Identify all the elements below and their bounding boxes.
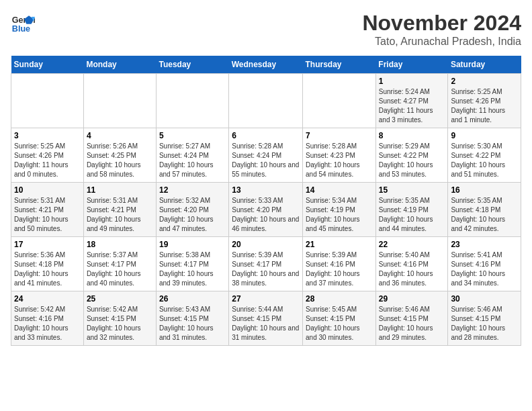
logo-icon: General Blue xyxy=(11,11,35,35)
day-number: 18 xyxy=(87,240,153,249)
day-cell xyxy=(303,74,376,128)
week-row-3: 10Sunrise: 5:31 AM Sunset: 4:21 PM Dayli… xyxy=(11,183,521,237)
day-number: 14 xyxy=(306,185,373,195)
column-header-tuesday: Tuesday xyxy=(156,56,228,74)
day-info: Sunrise: 5:35 AM Sunset: 4:18 PM Dayligh… xyxy=(451,196,518,234)
day-cell: 14Sunrise: 5:34 AM Sunset: 4:19 PM Dayli… xyxy=(303,183,376,237)
day-cell: 6Sunrise: 5:28 AM Sunset: 4:24 PM Daylig… xyxy=(229,128,303,183)
day-info: Sunrise: 5:27 AM Sunset: 4:24 PM Dayligh… xyxy=(159,142,226,179)
week-row-4: 17Sunrise: 5:36 AM Sunset: 4:18 PM Dayli… xyxy=(11,237,521,291)
day-cell: 3Sunrise: 5:25 AM Sunset: 4:26 PM Daylig… xyxy=(11,128,84,183)
page-title: November 2024 xyxy=(362,11,521,36)
day-info: Sunrise: 5:45 AM Sunset: 4:15 PM Dayligh… xyxy=(306,305,373,342)
calendar-header-row: SundayMondayTuesdayWednesdayThursdayFrid… xyxy=(11,56,521,74)
day-info: Sunrise: 5:28 AM Sunset: 4:24 PM Dayligh… xyxy=(232,142,300,179)
day-cell: 10Sunrise: 5:31 AM Sunset: 4:21 PM Dayli… xyxy=(11,183,84,237)
day-cell: 27Sunrise: 5:44 AM Sunset: 4:15 PM Dayli… xyxy=(229,291,303,346)
day-info: Sunrise: 5:39 AM Sunset: 4:16 PM Dayligh… xyxy=(306,250,373,288)
page-subtitle: Tato, Arunachal Pradesh, India xyxy=(362,36,521,48)
week-row-1: 1Sunrise: 5:24 AM Sunset: 4:27 PM Daylig… xyxy=(11,74,521,128)
day-number: 15 xyxy=(379,185,445,195)
day-number: 3 xyxy=(14,131,81,140)
day-cell: 28Sunrise: 5:45 AM Sunset: 4:15 PM Dayli… xyxy=(303,291,376,346)
day-info: Sunrise: 5:34 AM Sunset: 4:19 PM Dayligh… xyxy=(306,196,373,234)
day-cell: 11Sunrise: 5:31 AM Sunset: 4:21 PM Dayli… xyxy=(83,183,156,237)
day-info: Sunrise: 5:32 AM Sunset: 4:20 PM Dayligh… xyxy=(159,196,226,234)
day-cell xyxy=(156,74,228,128)
day-number: 17 xyxy=(14,240,81,249)
day-info: Sunrise: 5:42 AM Sunset: 4:15 PM Dayligh… xyxy=(87,305,153,342)
day-cell: 30Sunrise: 5:46 AM Sunset: 4:15 PM Dayli… xyxy=(448,291,521,346)
day-info: Sunrise: 5:31 AM Sunset: 4:21 PM Dayligh… xyxy=(87,196,153,234)
day-cell: 9Sunrise: 5:30 AM Sunset: 4:22 PM Daylig… xyxy=(448,128,521,183)
day-info: Sunrise: 5:33 AM Sunset: 4:20 PM Dayligh… xyxy=(232,196,300,234)
day-number: 25 xyxy=(87,294,153,304)
column-header-thursday: Thursday xyxy=(303,56,376,74)
day-cell: 21Sunrise: 5:39 AM Sunset: 4:16 PM Dayli… xyxy=(303,237,376,291)
day-number: 16 xyxy=(451,185,518,195)
day-info: Sunrise: 5:38 AM Sunset: 4:17 PM Dayligh… xyxy=(159,250,226,288)
calendar-table: SundayMondayTuesdayWednesdayThursdayFrid… xyxy=(11,56,521,346)
week-row-2: 3Sunrise: 5:25 AM Sunset: 4:26 PM Daylig… xyxy=(11,128,521,183)
svg-text:Blue: Blue xyxy=(12,24,30,34)
column-header-friday: Friday xyxy=(375,56,448,74)
week-row-5: 24Sunrise: 5:42 AM Sunset: 4:16 PM Dayli… xyxy=(11,291,521,346)
day-number: 20 xyxy=(232,240,300,249)
day-number: 11 xyxy=(87,185,153,195)
day-info: Sunrise: 5:25 AM Sunset: 4:26 PM Dayligh… xyxy=(14,142,81,179)
day-cell: 4Sunrise: 5:26 AM Sunset: 4:25 PM Daylig… xyxy=(83,128,156,183)
day-info: Sunrise: 5:44 AM Sunset: 4:15 PM Dayligh… xyxy=(232,305,300,342)
day-info: Sunrise: 5:28 AM Sunset: 4:23 PM Dayligh… xyxy=(306,142,373,179)
day-cell: 5Sunrise: 5:27 AM Sunset: 4:24 PM Daylig… xyxy=(156,128,228,183)
day-number: 29 xyxy=(379,294,445,304)
day-info: Sunrise: 5:40 AM Sunset: 4:16 PM Dayligh… xyxy=(379,250,445,288)
day-number: 1 xyxy=(379,77,445,86)
day-number: 4 xyxy=(87,131,153,140)
day-number: 22 xyxy=(379,240,445,249)
day-number: 19 xyxy=(159,240,226,249)
day-number: 27 xyxy=(232,294,300,304)
day-cell: 13Sunrise: 5:33 AM Sunset: 4:20 PM Dayli… xyxy=(229,183,303,237)
day-number: 5 xyxy=(159,131,226,140)
day-number: 6 xyxy=(232,131,300,140)
day-info: Sunrise: 5:36 AM Sunset: 4:18 PM Dayligh… xyxy=(14,250,81,288)
day-info: Sunrise: 5:31 AM Sunset: 4:21 PM Dayligh… xyxy=(14,196,81,234)
day-cell: 12Sunrise: 5:32 AM Sunset: 4:20 PM Dayli… xyxy=(156,183,228,237)
day-info: Sunrise: 5:41 AM Sunset: 4:16 PM Dayligh… xyxy=(451,250,518,288)
day-number: 2 xyxy=(451,77,518,86)
logo: General Blue xyxy=(11,11,35,35)
column-header-saturday: Saturday xyxy=(448,56,521,74)
day-info: Sunrise: 5:46 AM Sunset: 4:15 PM Dayligh… xyxy=(379,305,445,342)
column-header-wednesday: Wednesday xyxy=(229,56,303,74)
day-cell: 25Sunrise: 5:42 AM Sunset: 4:15 PM Dayli… xyxy=(83,291,156,346)
day-info: Sunrise: 5:37 AM Sunset: 4:17 PM Dayligh… xyxy=(87,250,153,288)
day-cell xyxy=(229,74,303,128)
day-cell: 16Sunrise: 5:35 AM Sunset: 4:18 PM Dayli… xyxy=(448,183,521,237)
day-number: 21 xyxy=(306,240,373,249)
column-header-monday: Monday xyxy=(83,56,156,74)
day-number: 30 xyxy=(451,294,518,304)
day-info: Sunrise: 5:46 AM Sunset: 4:15 PM Dayligh… xyxy=(451,305,518,342)
day-number: 24 xyxy=(14,294,81,304)
day-cell: 15Sunrise: 5:35 AM Sunset: 4:19 PM Dayli… xyxy=(375,183,448,237)
day-number: 26 xyxy=(159,294,226,304)
day-info: Sunrise: 5:39 AM Sunset: 4:17 PM Dayligh… xyxy=(232,250,300,288)
day-info: Sunrise: 5:26 AM Sunset: 4:25 PM Dayligh… xyxy=(87,142,153,179)
day-number: 8 xyxy=(379,131,445,140)
day-info: Sunrise: 5:42 AM Sunset: 4:16 PM Dayligh… xyxy=(14,305,81,342)
day-cell: 23Sunrise: 5:41 AM Sunset: 4:16 PM Dayli… xyxy=(448,237,521,291)
day-number: 12 xyxy=(159,185,226,195)
day-cell: 22Sunrise: 5:40 AM Sunset: 4:16 PM Dayli… xyxy=(375,237,448,291)
day-info: Sunrise: 5:43 AM Sunset: 4:15 PM Dayligh… xyxy=(159,305,226,342)
day-cell: 8Sunrise: 5:29 AM Sunset: 4:22 PM Daylig… xyxy=(375,128,448,183)
day-cell: 2Sunrise: 5:25 AM Sunset: 4:26 PM Daylig… xyxy=(448,74,521,128)
day-number: 7 xyxy=(306,131,373,140)
day-number: 13 xyxy=(232,185,300,195)
day-number: 28 xyxy=(306,294,373,304)
day-info: Sunrise: 5:29 AM Sunset: 4:22 PM Dayligh… xyxy=(379,142,445,179)
day-cell xyxy=(11,74,84,128)
day-cell: 26Sunrise: 5:43 AM Sunset: 4:15 PM Dayli… xyxy=(156,291,228,346)
day-cell: 19Sunrise: 5:38 AM Sunset: 4:17 PM Dayli… xyxy=(156,237,228,291)
title-area: November 2024 Tato, Arunachal Pradesh, I… xyxy=(362,11,521,48)
column-header-sunday: Sunday xyxy=(11,56,84,74)
